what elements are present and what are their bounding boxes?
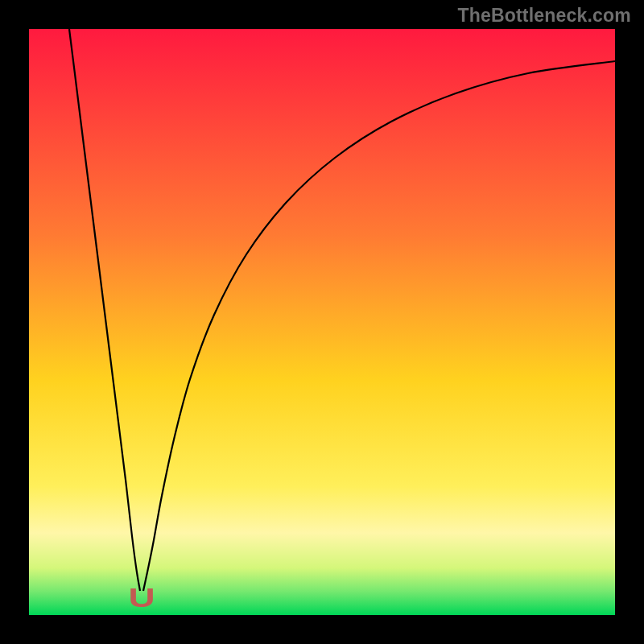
- minimum-marker: U: [128, 582, 155, 613]
- chart-frame: U TheBottleneck.com: [0, 0, 644, 644]
- curve-right-branch: [143, 61, 615, 591]
- watermark: TheBottleneck.com: [457, 5, 631, 27]
- plot-area: U: [29, 29, 615, 615]
- bottleneck-curve: [29, 29, 615, 615]
- curve-left-branch: [69, 29, 140, 591]
